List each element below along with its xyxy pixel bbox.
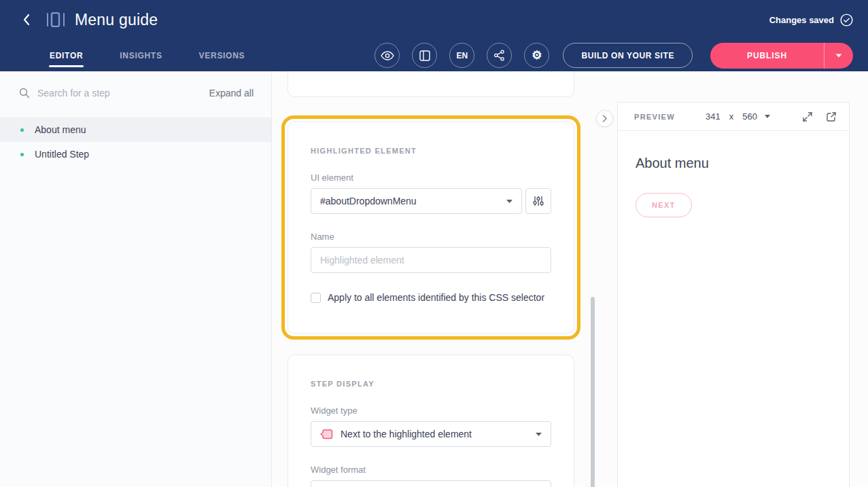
section-title: STEP DISPLAY (311, 380, 551, 388)
preview-header: PREVIEW 341 x 560 (618, 103, 849, 131)
steps-sidebar: Expand all About menu Untitled Step (0, 71, 272, 487)
step-item-about-menu[interactable]: About menu (0, 118, 271, 142)
preview-size-select[interactable]: 341 x 560 (675, 111, 801, 122)
apply-all-row: Apply to all elements identified by this… (311, 292, 551, 303)
app: Menu guide Changes saved EDITOR INSIGHTS… (0, 0, 868, 487)
widget-format-label: Widget format (311, 465, 551, 475)
element-name-input[interactable] (311, 247, 551, 273)
step-list: About menu Untitled Step (0, 118, 271, 166)
layout-panel-button[interactable] (412, 43, 437, 68)
preview-column: PREVIEW 341 x 560 (617, 71, 868, 487)
editor-scrollbar[interactable] (591, 297, 595, 487)
preview-panel: PREVIEW 341 x 560 (617, 102, 850, 487)
expand-arrows-icon (802, 111, 813, 122)
collapse-preview-button[interactable] (596, 110, 613, 127)
top-header: Menu guide Changes saved EDITOR INSIGHTS… (0, 0, 868, 71)
selector-settings-button[interactable] (525, 188, 551, 214)
step-display-card: STEP DISPLAY Widget type Next to the hig… (288, 355, 574, 487)
chevron-down-icon (506, 200, 513, 203)
preview-eye-button[interactable] (375, 43, 400, 68)
tab-insights[interactable]: INSIGHTS (119, 39, 162, 71)
step-item-untitled-step[interactable]: Untitled Step (0, 142, 271, 166)
preview-fullscreen-button[interactable] (801, 110, 814, 124)
sliders-icon (533, 196, 544, 206)
share-button[interactable] (487, 43, 512, 68)
card-partial-top (288, 71, 574, 97)
widget-type-label: Widget type (311, 405, 551, 416)
widget-type-value: Next to the highlighted element (341, 429, 472, 439)
step-item-label: About menu (35, 124, 86, 135)
chevron-down-icon (765, 115, 770, 118)
publish-button[interactable]: PUBLISH (710, 43, 824, 69)
gear-icon: ⚙ (532, 50, 542, 61)
widget-format-select[interactable] (311, 480, 551, 487)
widget-type-select[interactable]: Next to the highlighted element (311, 421, 551, 447)
tab-versions[interactable]: VERSIONS (198, 39, 246, 71)
preview-size-separator: x (729, 111, 734, 122)
step-dot-icon (20, 128, 24, 132)
search-input[interactable] (37, 88, 146, 98)
check-circle-icon (840, 14, 853, 26)
preview-title: PREVIEW (634, 113, 675, 121)
language-button[interactable]: EN (449, 43, 474, 68)
apply-all-checkbox[interactable] (311, 293, 321, 303)
share-icon (493, 50, 505, 61)
preview-next-button[interactable]: NEXT (636, 193, 692, 217)
step-search (19, 88, 146, 98)
search-icon (19, 88, 30, 98)
back-button[interactable] (16, 10, 35, 29)
ui-element-select[interactable]: #aboutDropdownMenu (311, 188, 522, 214)
build-on-your-site-button[interactable]: BUILD ON YOUR SITE (563, 43, 693, 68)
publish-button-group: PUBLISH (710, 43, 853, 69)
step-item-label: Untitled Step (35, 149, 89, 160)
ui-element-select-value: #aboutDropdownMenu (320, 196, 417, 206)
layout-panel-icon (419, 50, 430, 61)
preview-body: About menu NEXT (618, 131, 849, 242)
step-editor-scroll-area: HIGHLIGHTED ELEMENT UI element #aboutDro… (272, 71, 617, 487)
chevron-down-icon (835, 54, 842, 58)
ui-element-label: UI element (311, 173, 551, 183)
changes-saved-label: Changes saved (769, 15, 834, 25)
section-title: HIGHLIGHTED ELEMENT (311, 147, 551, 155)
page-title: Menu guide (75, 11, 158, 29)
step-dot-icon (20, 153, 24, 156)
name-label: Name (311, 232, 551, 242)
header-actions: EN ⚙ BUILD ON YOUR SITE PUBLISH (375, 43, 853, 69)
chevron-left-icon (22, 14, 30, 26)
publish-dropdown-button[interactable] (824, 43, 853, 69)
expand-all-link[interactable]: Expand all (209, 88, 254, 98)
highlighted-card-selection-ring: HIGHLIGHTED ELEMENT UI element #aboutDro… (281, 115, 580, 340)
changes-saved-status: Changes saved (769, 14, 853, 26)
workspace: Expand all About menu Untitled Step H (0, 71, 868, 487)
eye-icon (381, 51, 394, 60)
apply-all-label[interactable]: Apply to all elements identified by this… (328, 292, 544, 303)
editor-tabs: EDITOR INSIGHTS VERSIONS (49, 39, 245, 71)
external-link-icon (826, 111, 837, 122)
settings-button[interactable]: ⚙ (524, 43, 549, 68)
preview-height-value: 560 (742, 111, 757, 122)
preview-step-title: About menu (636, 156, 831, 171)
guide-logo-icon (46, 12, 65, 27)
preview-width-value: 341 (706, 111, 721, 122)
tooltip-widget-icon (320, 429, 333, 440)
open-in-new-window-button[interactable] (824, 110, 838, 124)
chevron-right-icon (602, 115, 607, 122)
tab-editor[interactable]: EDITOR (49, 39, 84, 71)
highlighted-element-card: HIGHLIGHTED ELEMENT UI element #aboutDro… (288, 122, 574, 333)
chevron-down-icon (536, 433, 542, 436)
